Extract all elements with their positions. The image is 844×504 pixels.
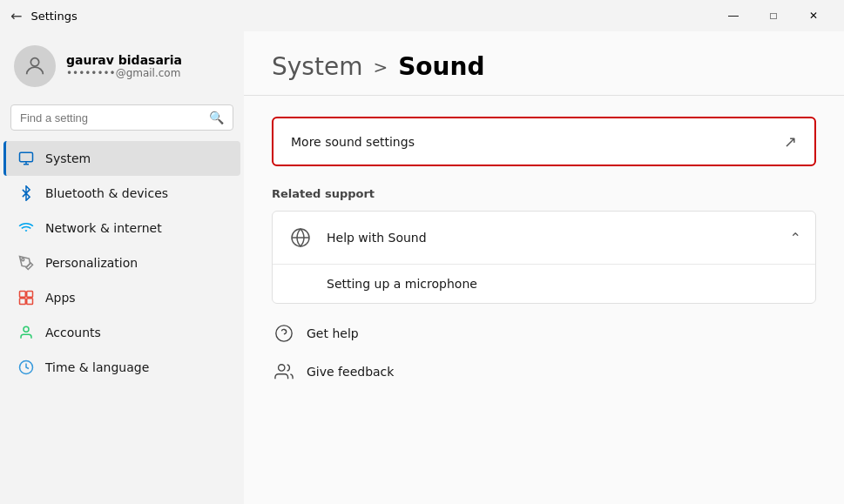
get-help-icon <box>272 321 296 346</box>
bottom-links: Get help Give feedback <box>272 318 816 387</box>
minimize-button[interactable]: — <box>713 0 753 31</box>
user-name: gaurav bidasaria <box>66 53 182 67</box>
svg-point-3 <box>22 259 24 261</box>
svg-point-0 <box>30 58 38 66</box>
close-button[interactable]: ✕ <box>793 0 834 31</box>
sidebar-item-accounts-label: Accounts <box>45 326 101 339</box>
titlebar: ← Settings — □ ✕ <box>0 0 844 31</box>
sidebar-item-apps-label: Apps <box>45 291 76 305</box>
external-link-icon: ↗ <box>784 132 797 151</box>
user-info: gaurav bidasaria ••••••••@gmail.com <box>66 53 182 79</box>
search-box[interactable]: 🔍 <box>10 104 233 131</box>
user-profile: gaurav bidasaria ••••••••@gmail.com <box>0 31 244 101</box>
sidebar-item-apps[interactable]: Apps <box>3 280 240 315</box>
more-sound-settings-label: More sound settings <box>291 135 415 149</box>
setting-up-microphone-item[interactable]: Setting up a microphone <box>273 264 815 303</box>
breadcrumb-current: Sound <box>398 52 484 81</box>
time-icon <box>17 359 35 376</box>
svg-point-12 <box>276 326 292 341</box>
user-email: ••••••••@gmail.com <box>66 67 182 79</box>
avatar <box>14 45 56 87</box>
bluetooth-icon <box>17 185 35 202</box>
give-feedback-label: Give feedback <box>307 365 394 379</box>
network-icon <box>17 219 35 237</box>
svg-point-8 <box>24 326 29 332</box>
system-icon <box>17 150 35 167</box>
titlebar-controls: — □ ✕ <box>713 0 834 31</box>
svg-rect-4 <box>20 292 26 298</box>
breadcrumb-separator: > <box>373 57 388 77</box>
panel-header: System > Sound <box>244 31 844 96</box>
svg-rect-5 <box>27 292 33 298</box>
search-icon: 🔍 <box>209 111 224 124</box>
breadcrumb: System > Sound <box>272 52 816 81</box>
breadcrumb-parent: System <box>272 52 362 81</box>
svg-rect-7 <box>27 299 33 305</box>
give-feedback-link[interactable]: Give feedback <box>272 356 816 387</box>
sidebar-item-personalization[interactable]: Personalization <box>3 245 240 280</box>
maximize-button[interactable]: □ <box>753 0 793 31</box>
more-sound-settings-card[interactable]: More sound settings ↗ <box>272 117 816 166</box>
sidebar-item-bluetooth-label: Bluetooth & devices <box>45 186 168 200</box>
accounts-icon <box>17 324 35 341</box>
help-with-sound-icon <box>287 224 314 252</box>
sidebar-item-network-label: Network & internet <box>45 221 162 235</box>
get-help-link[interactable]: Get help <box>272 318 816 349</box>
sidebar-item-network[interactable]: Network & internet <box>3 211 240 245</box>
sidebar-item-system-label: System <box>45 151 91 165</box>
sidebar-item-personalization-label: Personalization <box>45 256 138 270</box>
related-support-label: Related support <box>272 187 816 200</box>
search-input[interactable] <box>20 111 202 124</box>
get-help-label: Get help <box>307 326 359 340</box>
sidebar-item-time-label: Time & language <box>45 360 149 374</box>
svg-point-14 <box>279 365 285 371</box>
chevron-up-icon: ⌃ <box>790 230 801 246</box>
sidebar: gaurav bidasaria ••••••••@gmail.com 🔍 Sy… <box>0 31 244 504</box>
app-body: gaurav bidasaria ••••••••@gmail.com 🔍 Sy… <box>0 31 844 504</box>
panel-content: More sound settings ↗ Related support <box>244 99 844 405</box>
setting-up-microphone-label: Setting up a microphone <box>327 277 477 291</box>
sidebar-item-system[interactable]: System <box>3 141 240 176</box>
personalization-icon <box>17 254 35 272</box>
help-with-sound-label: Help with Sound <box>327 231 427 245</box>
help-with-sound-item[interactable]: Help with Sound ⌃ <box>273 212 815 264</box>
svg-rect-1 <box>20 152 33 162</box>
main-panel: System > Sound More sound settings ↗ Rel… <box>244 31 844 504</box>
apps-icon <box>17 289 35 306</box>
titlebar-left: ← Settings <box>10 8 78 24</box>
help-with-sound-left: Help with Sound <box>287 224 427 252</box>
give-feedback-icon <box>272 360 296 384</box>
window-title: Settings <box>30 10 77 23</box>
sidebar-item-time[interactable]: Time & language <box>3 350 240 385</box>
svg-rect-6 <box>20 299 26 305</box>
support-card: Help with Sound ⌃ Setting up a microphon… <box>272 211 816 304</box>
back-icon[interactable]: ← <box>10 8 22 24</box>
sidebar-item-accounts[interactable]: Accounts <box>3 315 240 350</box>
sidebar-item-bluetooth[interactable]: Bluetooth & devices <box>3 176 240 211</box>
